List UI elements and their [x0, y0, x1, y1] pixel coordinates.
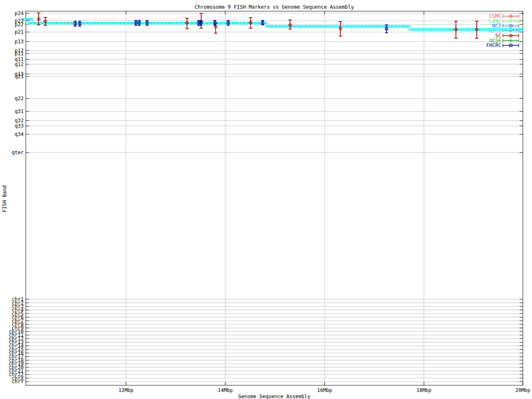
x-tick-label: 18Mbp [416, 387, 431, 393]
band-label: q12 [15, 62, 24, 67]
band-label: q33 [15, 123, 24, 129]
x-tick-label: 12Mbp [118, 387, 133, 393]
band-label: p24 [15, 10, 24, 16]
band-label: p11 [15, 51, 24, 57]
x-tick-label: 14Mbp [218, 387, 233, 393]
band-label: qter [12, 150, 24, 155]
band-label: q32 [15, 118, 24, 123]
plot-canvas: p24p23p22p21p13p12p11q11q12q13q21q22q31q… [0, 0, 532, 399]
x-tick-label: 16Mbp [317, 387, 332, 393]
band-label: p22 [15, 22, 24, 27]
band-label: p21 [15, 29, 24, 35]
band-label: chrY [12, 379, 24, 384]
band-label: q31 [15, 108, 24, 114]
fish-marker-chart: Chromosome 9 FISH Markers vs Genome Sequ… [0, 0, 532, 399]
band-label: p13 [15, 39, 24, 44]
band-label: q21 [15, 74, 24, 79]
plot-border [26, 11, 523, 385]
legend-label-fhcrc: FHCRC [486, 42, 501, 48]
x-tick-label: 20Mbp [515, 387, 530, 393]
band-label: q22 [15, 96, 24, 101]
band-label: q34 [15, 131, 24, 137]
